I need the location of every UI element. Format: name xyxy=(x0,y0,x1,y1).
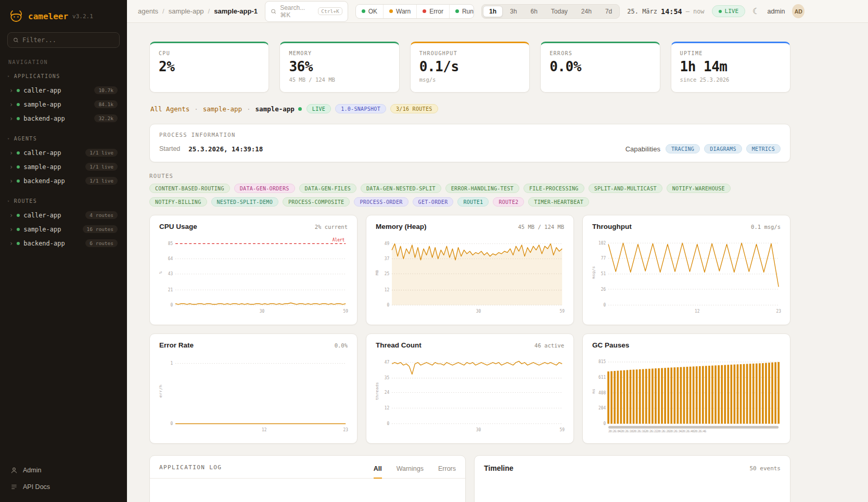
dark-mode-toggle[interactable]: ☾ xyxy=(752,7,760,16)
breadcrumb-separator xyxy=(208,7,210,15)
chip[interactable]: DIAGRAMS xyxy=(704,144,742,153)
sidebar-item[interactable]: › sample-app 1/1 live xyxy=(6,160,121,174)
chip[interactable]: GET-ORDER xyxy=(413,197,454,207)
process-card-title: PROCESS INFORMATION xyxy=(159,132,781,138)
agent-separator xyxy=(194,105,198,113)
svg-text:51: 51 xyxy=(601,272,606,276)
main-column: agents sample-app sample-app-1 Search...… xyxy=(127,0,868,502)
sidebar-item[interactable]: › backend-app 6 routes xyxy=(6,236,121,250)
chip[interactable]: METRICS xyxy=(746,144,781,153)
sidebar-item[interactable]: › caller-app 10.7k xyxy=(6,83,121,97)
chip[interactable]: NOTIFY-WAREHOUSE xyxy=(667,184,731,193)
chevron-right-icon: › xyxy=(9,178,13,184)
time-range-button[interactable]: 6h xyxy=(524,6,543,17)
sidebar-item[interactable]: › caller-app 1/1 live xyxy=(6,146,121,160)
sidebar-filter[interactable] xyxy=(7,32,120,48)
live-dot xyxy=(719,10,722,13)
section-header-routes[interactable]: ▾ ROUTES xyxy=(6,198,121,208)
chart-card: Throughput 0.1 msg/s msg/s02651771021223 xyxy=(582,215,790,325)
chevron-right-icon: › xyxy=(9,164,13,170)
sidebar-item-badge: 16 routes xyxy=(83,225,118,233)
svg-text:12: 12 xyxy=(695,309,700,314)
time-range-button[interactable]: 1h xyxy=(483,6,503,17)
chart-card: Error Rate 0.0% err/h011223 xyxy=(149,333,358,444)
chevron-right-icon: › xyxy=(9,115,13,122)
status-filter[interactable]: Running xyxy=(450,5,474,18)
chip[interactable]: ERROR-HANDLING-TEST xyxy=(445,184,519,193)
status-filter[interactable]: OK xyxy=(356,5,384,18)
status-filter[interactable]: Warn xyxy=(384,5,417,18)
avatar[interactable]: AD xyxy=(792,4,805,18)
status-filter[interactable]: Error xyxy=(417,5,450,18)
chip[interactable]: TRACING xyxy=(666,144,700,153)
breadcrumb-sample-app[interactable]: sample-app xyxy=(169,7,204,15)
sidebar-item[interactable]: › backend-app 1/1 live xyxy=(6,174,121,188)
user-icon xyxy=(10,467,18,474)
agent-separator xyxy=(247,105,251,113)
chart-plot: msg/s02651771021223 xyxy=(590,234,783,315)
breadcrumb-current: sample-app-1 xyxy=(214,7,258,15)
svg-text:23: 23 xyxy=(776,309,782,314)
time-range-button[interactable]: 7d xyxy=(599,6,618,17)
chip[interactable]: NOTIFY-BILLING xyxy=(149,197,207,207)
sidebar-item-badge: 6 routes xyxy=(85,239,118,247)
search-placeholder: Search... ⌘K xyxy=(280,4,314,19)
status-filter-label: Error xyxy=(429,8,443,15)
chip[interactable]: PROCESS-ORDER xyxy=(354,197,408,207)
time-range-button[interactable]: Today xyxy=(545,6,574,17)
sidebar-item-badge: 4 routes xyxy=(85,211,118,219)
svg-text:49: 49 xyxy=(385,241,390,246)
section-header-agents[interactable]: ▾ AGENTS xyxy=(6,136,121,146)
chip[interactable]: LIVE xyxy=(307,104,331,113)
chart-title: Error Rate xyxy=(159,341,194,349)
live-badge[interactable]: LIVE xyxy=(712,5,746,17)
log-tab[interactable]: Warnings xyxy=(397,465,424,479)
status-dot xyxy=(17,242,20,245)
svg-text:threads: threads xyxy=(375,382,379,400)
chip[interactable]: FILE-PROCESSING xyxy=(524,184,584,193)
status-dot xyxy=(17,165,20,169)
api-docs-link[interactable]: API Docs xyxy=(6,479,121,495)
section-header-applications[interactable]: ▾ APPLICATIONS xyxy=(6,73,121,83)
time-range-button[interactable]: 24h xyxy=(575,6,598,17)
chip[interactable]: DATA-GEN-FILES xyxy=(299,184,357,193)
brand-version: v3.2.1 xyxy=(72,13,93,20)
admin-link[interactable]: Admin xyxy=(6,462,121,478)
chip[interactable]: SPLIT-AND-MULTICAST xyxy=(589,184,662,193)
svg-text:23: 23 xyxy=(343,428,349,432)
datetime-display[interactable]: 25. März 14:54 — now xyxy=(627,7,704,16)
svg-text:35: 35 xyxy=(385,376,390,380)
chip[interactable]: DATA-GEN-ORDERS xyxy=(234,184,295,193)
chip[interactable]: TIMER-HEARTBEAT xyxy=(528,197,589,207)
logo-row[interactable]: cameleer v3.2.1 xyxy=(6,7,121,32)
sidebar-item[interactable]: › sample-app 16 routes xyxy=(6,222,121,236)
chip[interactable]: 3/16 ROUTES xyxy=(390,104,438,113)
sidebar-item-label: backend-app xyxy=(23,115,91,122)
sidebar-item[interactable]: › caller-app 4 routes xyxy=(6,208,121,222)
api-docs-label: API Docs xyxy=(23,483,50,491)
chip[interactable]: CONTENT-BASED-ROUTING xyxy=(149,184,230,193)
chip[interactable]: DATA-GEN-NESTED-SPLIT xyxy=(361,184,441,193)
chip[interactable]: ROUTE2 xyxy=(493,197,524,207)
sidebar: cameleer v3.2.1 NAVIGATION ▾ APPLICATION… xyxy=(0,0,127,502)
log-tabs: All Warnings Errors xyxy=(374,465,456,479)
log-tab[interactable]: All xyxy=(374,465,382,479)
chip[interactable]: ROUTE1 xyxy=(457,197,489,207)
time-range-button[interactable]: 3h xyxy=(504,6,523,17)
metric-card: UPTIME 1h 14m since 25.3.2026 xyxy=(671,42,790,93)
sidebar-item[interactable]: › sample-app 84.1k xyxy=(6,97,121,111)
metric-value: 36% xyxy=(289,59,390,74)
breadcrumb-agents[interactable]: agents xyxy=(138,7,158,15)
log-tab[interactable]: Errors xyxy=(438,465,456,479)
agent-app-link[interactable]: sample-app xyxy=(203,105,242,113)
chip[interactable]: 1.0-SNAPSHOT xyxy=(335,104,386,113)
sidebar-item[interactable]: › backend-app 32.2k xyxy=(6,111,121,125)
sidebar-item-badge: 1/1 live xyxy=(85,149,118,157)
all-agents-link[interactable]: All Agents xyxy=(150,105,189,113)
chip[interactable]: PROCESS-COMPOSITE xyxy=(283,197,350,207)
filter-input[interactable] xyxy=(22,36,114,44)
status-dot xyxy=(17,117,20,120)
chip[interactable]: NESTED-SPLIT-DEMO xyxy=(211,197,278,207)
search-input[interactable]: Search... ⌘K Ctrl+K xyxy=(265,1,348,22)
date-label: 25. März xyxy=(627,8,657,15)
